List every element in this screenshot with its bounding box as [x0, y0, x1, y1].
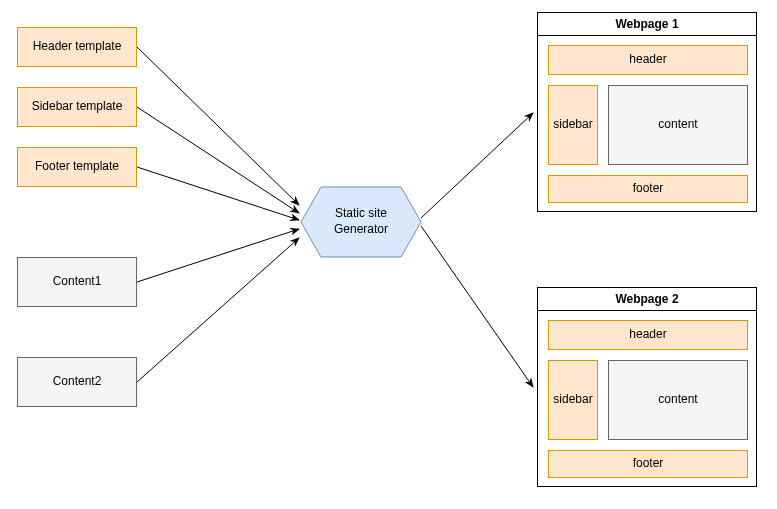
- footer-template-node: Footer template: [17, 147, 137, 187]
- header-template-label: Header template: [33, 39, 122, 55]
- webpage-2-title: Webpage 2: [615, 292, 678, 306]
- webpage-1-content-label: content: [658, 117, 697, 133]
- processor-label: Static site Generator: [334, 206, 388, 237]
- header-template-node: Header template: [17, 27, 137, 67]
- sidebar-template-label: Sidebar template: [32, 99, 123, 115]
- webpage-2-titlebar: Webpage 2: [538, 288, 756, 311]
- arrow-footer-to-gen: [137, 167, 299, 220]
- webpage-1-footer: footer: [548, 175, 748, 203]
- webpage-1-footer-label: footer: [633, 181, 664, 197]
- footer-template-label: Footer template: [35, 159, 119, 175]
- webpage-2-header: header: [548, 320, 748, 350]
- webpage-1-sidebar-label: sidebar: [553, 117, 592, 133]
- webpage-1-title: Webpage 1: [615, 17, 678, 31]
- webpage-2-content: content: [608, 360, 748, 440]
- arrow-gen-to-webpage2: [421, 226, 533, 387]
- webpage-1-sidebar: sidebar: [548, 85, 598, 165]
- arrow-header-to-gen: [137, 47, 299, 205]
- webpage-2-content-label: content: [658, 392, 697, 408]
- webpage-2: Webpage 2 header sidebar content footer: [537, 287, 757, 487]
- processor-shape: [301, 187, 421, 257]
- arrow-content1-to-gen: [137, 229, 299, 282]
- content1-node: Content1: [17, 257, 137, 307]
- webpage-2-sidebar: sidebar: [548, 360, 598, 440]
- sidebar-template-node: Sidebar template: [17, 87, 137, 127]
- webpage-1-content: content: [608, 85, 748, 165]
- webpage-2-footer-label: footer: [633, 456, 664, 472]
- webpage-2-footer: footer: [548, 450, 748, 478]
- content2-label: Content2: [53, 374, 102, 390]
- webpage-2-sidebar-label: sidebar: [553, 392, 592, 408]
- webpage-2-header-label: header: [629, 327, 666, 343]
- arrow-gen-to-webpage1: [421, 113, 533, 218]
- webpage-1-titlebar: Webpage 1: [538, 13, 756, 36]
- arrow-content2-to-gen: [137, 238, 299, 382]
- webpage-1-header-label: header: [629, 52, 666, 68]
- processor-node: Static site Generator: [301, 187, 421, 257]
- content2-node: Content2: [17, 357, 137, 407]
- webpage-1: Webpage 1 header sidebar content footer: [537, 12, 757, 212]
- content1-label: Content1: [53, 274, 102, 290]
- arrow-sidebar-to-gen: [137, 107, 299, 213]
- webpage-1-header: header: [548, 45, 748, 75]
